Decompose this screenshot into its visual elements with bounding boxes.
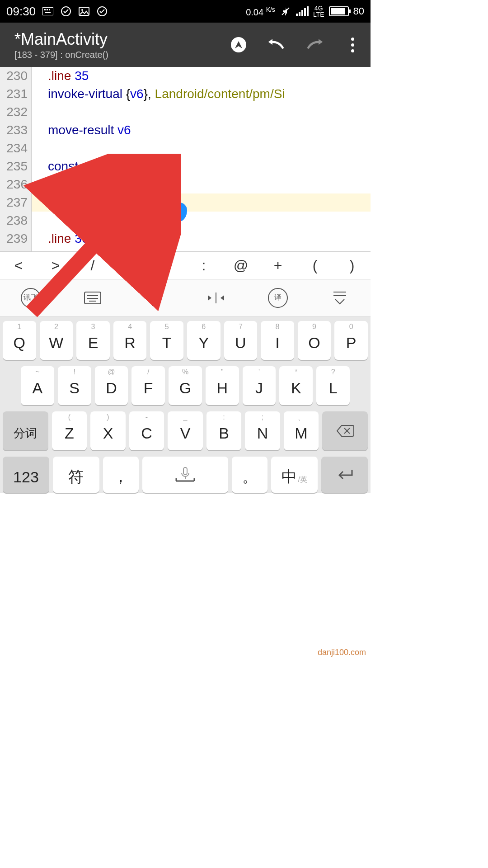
period-key[interactable]: 。 — [232, 457, 267, 493]
language-switch-key[interactable]: 中/英 — [271, 457, 318, 493]
code-line[interactable] — [32, 139, 371, 157]
letter-key-L[interactable]: ?L — [316, 366, 350, 405]
network-type: 4GLTE — [313, 5, 324, 18]
line-number: 238 — [0, 212, 28, 230]
line-number: 231 — [0, 85, 28, 103]
svg-rect-16 — [152, 289, 157, 299]
symbol-key[interactable]: / — [74, 252, 111, 279]
letter-key-G[interactable]: %G — [169, 366, 202, 405]
letter-key-K[interactable]: *K — [279, 366, 313, 405]
code-line[interactable]: :cond_2c — [32, 248, 371, 251]
code-line[interactable] — [32, 175, 371, 193]
symbols-key[interactable]: 符 — [53, 457, 99, 493]
letter-key-M[interactable]: 、M — [284, 411, 319, 450]
code-area[interactable]: .line 35invoke-virtual {v6}, Landroid/co… — [32, 67, 371, 251]
line-number: 233 — [0, 121, 28, 139]
letter-key-F[interactable]: /F — [131, 366, 165, 405]
enter-icon — [335, 468, 355, 481]
code-line[interactable]: invoke-virtual {v6}, Landroid/content/pm… — [32, 85, 371, 103]
ime-logo-button[interactable]: 讯飞 — [19, 287, 42, 309]
mic-icon — [172, 466, 199, 484]
letter-key-D[interactable]: @D — [95, 366, 128, 405]
backspace-icon — [336, 425, 354, 437]
symbol-key[interactable]: ( — [296, 252, 333, 279]
line-number: 235 — [0, 157, 28, 175]
symbol-key[interactable]: > — [37, 252, 74, 279]
redo-button[interactable] — [305, 36, 324, 54]
symbol-key[interactable]: = — [111, 252, 148, 279]
text-caret — [169, 196, 170, 211]
code-line[interactable]: move-result v6 — [32, 121, 371, 139]
line-number: 239 — [0, 230, 28, 248]
svg-rect-1 — [44, 9, 46, 10]
symbol-key[interactable]: : — [185, 252, 222, 279]
collapse-keyboard-button[interactable] — [328, 287, 351, 309]
backspace-key[interactable] — [322, 411, 368, 450]
svg-point-7 — [81, 9, 83, 11]
image-icon — [78, 5, 90, 17]
letter-key-I[interactable]: 8I — [261, 321, 294, 360]
letter-key-S[interactable]: !S — [58, 366, 91, 405]
svg-rect-3 — [49, 9, 50, 10]
comma-key[interactable]: ， — [103, 457, 139, 493]
enter-key[interactable] — [321, 457, 368, 493]
letter-key-N[interactable]: ;N — [245, 411, 280, 450]
letter-key-H[interactable]: "H — [206, 366, 239, 405]
symbol-key[interactable]: " — [148, 252, 185, 279]
letter-key-B[interactable]: :B — [206, 411, 242, 450]
symbol-key[interactable]: @ — [222, 252, 259, 279]
code-line[interactable]: const v7, 0x1fe7206b — [32, 157, 371, 175]
letter-key-V[interactable]: _V — [168, 411, 203, 450]
app-bar: *MainActivity [183 - 379] : onCreate() — [0, 23, 371, 67]
code-line[interactable] — [32, 103, 371, 121]
cursor-move-button[interactable] — [205, 287, 227, 309]
letter-key-J[interactable]: 'J — [243, 366, 276, 405]
check-circle-icon — [96, 5, 108, 17]
battery-percent: 80 — [353, 5, 364, 17]
letter-key-Z[interactable]: (Z — [52, 411, 87, 450]
letter-key-R[interactable]: 4R — [113, 321, 147, 360]
symbol-key[interactable]: + — [259, 252, 296, 279]
keyboard-switch-button[interactable] — [81, 287, 104, 309]
letter-key-E[interactable]: 3E — [76, 321, 110, 360]
undo-button[interactable] — [267, 36, 286, 54]
letter-key-W[interactable]: 2W — [40, 321, 73, 360]
code-line[interactable]: .line 36 — [32, 230, 371, 248]
space-key[interactable] — [142, 457, 228, 493]
file-subtitle: [183 - 379] : onCreate() — [14, 50, 108, 60]
letter-key-O[interactable]: 9O — [298, 321, 331, 360]
letter-key-P[interactable]: 0P — [334, 321, 368, 360]
translate-button[interactable]: 译 — [267, 287, 289, 309]
symbol-shortcut-row: <>/=":@+() — [0, 251, 371, 279]
letter-key-C[interactable]: -C — [129, 411, 164, 450]
code-line[interactable]: if-eq v6, v7, :cond_75 — [32, 193, 371, 212]
letter-key-Q[interactable]: 1Q — [3, 321, 36, 360]
ime-toolbar: 讯飞 译 — [0, 279, 371, 316]
letter-key-X[interactable]: )X — [90, 411, 126, 450]
line-number: 230 — [0, 67, 28, 85]
symbol-key[interactable]: ) — [333, 252, 371, 279]
svg-rect-0 — [42, 7, 53, 15]
line-number: 234 — [0, 139, 28, 157]
letter-key-A[interactable]: ~A — [21, 366, 54, 405]
voice-input-button[interactable] — [143, 287, 166, 309]
keyboard-indicator-icon — [42, 5, 54, 17]
symbol-key[interactable]: < — [0, 252, 37, 279]
signal-icon — [296, 6, 309, 16]
overflow-menu-button[interactable] — [343, 36, 361, 54]
shift-key[interactable]: 分词 — [3, 411, 48, 450]
line-number: 237 — [0, 193, 28, 212]
status-time: 09:30 — [6, 5, 36, 19]
numeric-key[interactable]: 123 — [3, 457, 49, 493]
letter-key-T[interactable]: 5T — [150, 321, 183, 360]
svg-rect-4 — [45, 12, 51, 13]
network-speed: 0.04 K/s — [246, 6, 275, 17]
letter-key-Y[interactable]: 6Y — [187, 321, 221, 360]
code-line[interactable]: .line 35 — [32, 67, 371, 85]
line-number-gutter: 2302312322332342352362372382392402412422… — [0, 67, 32, 251]
code-line[interactable] — [32, 212, 371, 230]
code-editor[interactable]: 2302312322332342352362372382392402412422… — [0, 67, 371, 251]
navigate-button[interactable] — [230, 36, 248, 54]
svg-rect-24 — [183, 467, 187, 475]
letter-key-U[interactable]: 7U — [224, 321, 258, 360]
